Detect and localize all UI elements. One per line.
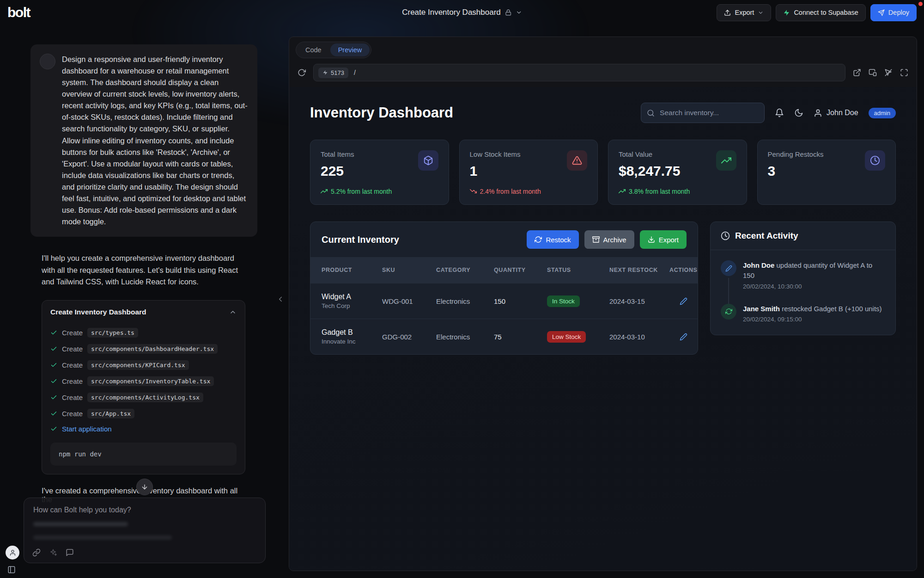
dashboard-title: Inventory Dashboard [310, 105, 453, 121]
trend-down-icon [470, 188, 477, 195]
address-bar[interactable]: 5173 / [313, 64, 845, 81]
dark-mode-toggle[interactable] [794, 108, 803, 117]
device-preview-button[interactable] [867, 67, 879, 79]
port-badge[interactable]: 5173 [318, 68, 348, 78]
step-action: Create [62, 410, 83, 418]
table-row[interactable]: Widget A Tech Corp WDG-001 Electronics 1… [310, 283, 698, 319]
user-message: Design a responsive and user-friendly in… [30, 44, 257, 237]
view-tabs: Code Preview [296, 42, 371, 58]
quantity-cell[interactable]: 150 [494, 297, 547, 305]
kpi-trend: 5.2% from last month [321, 187, 438, 195]
role-badge: admin [869, 108, 896, 118]
edit-row-button[interactable] [669, 333, 687, 341]
chat-input-toolbar [32, 548, 74, 557]
deploy-button[interactable]: Deploy [870, 4, 917, 21]
edit-row-button[interactable] [669, 297, 687, 305]
fullscreen-button[interactable] [898, 67, 910, 79]
tab-code[interactable]: Code [298, 43, 329, 56]
sku-cell: WDG-001 [382, 297, 436, 305]
pointer-off-icon [884, 68, 893, 77]
inventory-dashboard-app: Inventory Dashboard [289, 87, 917, 370]
check-icon [50, 378, 57, 385]
user-icon [9, 549, 16, 556]
connect-supabase-label: Connect to Supabase [794, 9, 858, 16]
chevron-down-icon [758, 10, 764, 16]
file-chip[interactable]: src/types.ts [87, 328, 138, 338]
export-menu-button[interactable]: Export [717, 4, 771, 21]
external-link-icon [853, 68, 861, 77]
start-application-step: Start application [50, 422, 237, 436]
user-avatar [40, 54, 55, 69]
attach-link-icon[interactable] [32, 548, 41, 557]
notification-dot [918, 2, 923, 6]
file-chip[interactable]: src/components/InventoryTable.tsx [87, 376, 214, 386]
activity-text: Jane Smith restocked Gadget B (+100 unit… [743, 304, 882, 314]
status-badge: In Stock [547, 295, 580, 307]
artifact-header[interactable]: Create Inventory Dashboard [42, 301, 245, 324]
search-input[interactable] [659, 108, 759, 117]
tab-preview[interactable]: Preview [330, 43, 370, 56]
restock-label: Restock [546, 236, 571, 244]
sidebar-toggle-button[interactable] [7, 566, 16, 575]
table-header-row: Product SKU Category Quantity Status Nex… [310, 257, 698, 283]
collapse-chat-handle[interactable] [274, 293, 286, 307]
column-header: SKU [382, 266, 436, 274]
inventory-search[interactable] [641, 103, 765, 123]
kpi-label: Low Stock Items [470, 150, 521, 158]
project-title-menu[interactable]: Create Inventory Dashboard [402, 8, 522, 17]
inspector-toggle-button[interactable] [882, 67, 894, 79]
account-avatar[interactable] [6, 546, 19, 560]
chat-messages[interactable]: Design a responsive and user-friendly in… [0, 25, 289, 504]
chat-mode-icon[interactable] [66, 548, 74, 557]
table-row[interactable]: Gadget B Innovate Inc GDG-002 Electronic… [310, 319, 698, 354]
kpi-card-total-items: Total Items 225 5.2% from last month [310, 140, 449, 205]
connect-supabase-button[interactable]: Connect to Supabase [776, 4, 865, 21]
url-path: / [354, 69, 356, 76]
file-chip[interactable]: src/components/KPICard.tsx [87, 360, 189, 370]
notifications-button[interactable] [775, 108, 784, 117]
chat-input[interactable] [32, 505, 259, 515]
port-number: 5173 [331, 69, 344, 76]
main-layout: Design a responsive and user-friendly in… [0, 25, 924, 578]
preview-toolbar-icons [851, 67, 910, 79]
quantity-cell[interactable]: 75 [494, 333, 547, 341]
start-application-link[interactable]: Start application [62, 425, 112, 433]
bolt-logo[interactable]: bolt [7, 5, 30, 20]
file-chip[interactable]: src/components/DashboardHeader.tsx [87, 344, 218, 354]
check-icon [50, 345, 57, 352]
scroll-to-bottom-button[interactable] [136, 479, 153, 495]
artifact-step: Create src/components/DashboardHeader.ts… [50, 341, 237, 357]
activity-timestamp: 20/02/2024, 10:30:00 [743, 283, 885, 290]
archive-button[interactable]: Archive [584, 230, 634, 249]
export-button[interactable]: Export [640, 230, 687, 249]
lock-icon [505, 9, 511, 16]
enhance-prompt-icon[interactable] [49, 548, 57, 557]
edit-activity-icon-bubble [721, 260, 736, 276]
bulk-action-buttons: Restock Archive Export [527, 230, 687, 249]
step-action: Create [62, 329, 83, 337]
user-message-text: Design a responsive and user-friendly in… [62, 54, 248, 228]
artifact-step: Create src/components/KPICard.tsx [50, 357, 237, 373]
export-label: Export [659, 236, 679, 244]
alert-triangle-icon [572, 155, 582, 166]
open-in-new-tab-button[interactable] [851, 67, 863, 79]
top-bar: bolt Create Inventory Dashboard Export C… [0, 0, 924, 25]
file-chip[interactable]: src/App.tsx [87, 409, 134, 418]
supabase-bolt-icon [783, 9, 790, 16]
step-action: Create [62, 394, 83, 401]
top-bar-actions: Export Connect to Supabase Deploy [717, 4, 917, 21]
view-tabs-row: Code Preview [289, 37, 917, 61]
project-title: Create Inventory Dashboard [402, 8, 501, 17]
chat-input-box[interactable] [24, 498, 266, 563]
artifact-steps: Create src/types.ts Create src/component… [42, 324, 245, 438]
artifact-title: Create Inventory Dashboard [50, 308, 146, 316]
chevron-left-icon [276, 295, 285, 303]
reload-button[interactable] [296, 67, 308, 79]
user-menu[interactable]: John Doe [814, 109, 858, 117]
file-chip[interactable]: src/components/ActivityLog.tsx [87, 393, 203, 402]
pencil-icon [725, 265, 732, 272]
restock-button[interactable]: Restock [527, 230, 578, 249]
trend-up-icon [619, 188, 626, 195]
activity-list: John Doe updated quantity of Widget A to… [711, 250, 895, 335]
artifact-card: Create Inventory Dashboard Create src/ty… [42, 300, 245, 474]
